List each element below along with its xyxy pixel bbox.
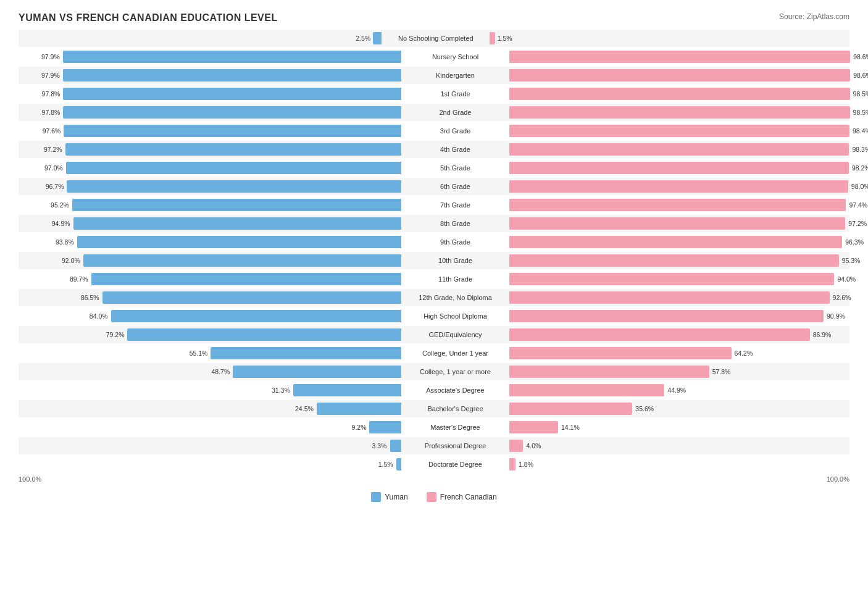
- left-bar: [369, 421, 401, 433]
- table-row: 97.9%Kindergarten98.6%: [19, 67, 849, 84]
- table-row: 79.2%GED/Equivalency86.9%: [19, 326, 849, 343]
- right-value: 64.2%: [735, 349, 753, 357]
- legend-french-canadian: French Canadian: [427, 492, 497, 502]
- chart-area: 2.5%No Schooling Completed1.5%97.9%Nurse…: [19, 30, 849, 473]
- table-row: 48.7%College, 1 year or more57.8%: [19, 363, 849, 380]
- row-label: College, Under 1 year: [401, 349, 509, 357]
- legend-fc-box: [427, 492, 436, 502]
- left-value: 3.3%: [365, 442, 387, 449]
- row-label: GED/Equivalency: [401, 331, 509, 338]
- table-row: 89.7%11th Grade94.0%: [19, 270, 849, 288]
- right-value: 98.5%: [853, 90, 868, 98]
- left-bar: [373, 32, 382, 44]
- right-bar: [509, 458, 515, 470]
- left-bar: [63, 88, 401, 100]
- left-bar: [66, 162, 401, 174]
- right-bar: [509, 421, 558, 433]
- right-value: 1.5%: [498, 35, 512, 42]
- row-label: 7th Grade: [401, 201, 509, 209]
- left-bar: [396, 458, 401, 470]
- left-bar: [317, 403, 401, 415]
- right-value: 57.8%: [712, 368, 731, 375]
- right-value: 98.4%: [853, 127, 868, 135]
- right-value: 1.8%: [519, 461, 533, 468]
- left-value: 97.8%: [38, 90, 60, 98]
- table-row: 3.3%Professional Degree4.0%: [19, 437, 849, 454]
- right-bar: [509, 199, 846, 211]
- left-bar: [77, 236, 401, 248]
- table-row: 97.9%Nursery School98.6%: [19, 48, 849, 65]
- left-bar: [63, 69, 401, 82]
- right-bar: [509, 347, 732, 359]
- right-bar: [509, 403, 632, 415]
- table-row: 24.5%Bachelor's Degree35.6%: [19, 400, 849, 417]
- table-row: 55.1%College, Under 1 year64.2%: [19, 345, 849, 362]
- left-value: 79.2%: [102, 331, 124, 338]
- chart-container: YUMAN VS FRENCH CANADIAN EDUCATION LEVEL…: [0, 0, 868, 539]
- left-value: 97.9%: [38, 72, 60, 79]
- left-bar: [73, 217, 401, 230]
- left-bar: [65, 143, 401, 156]
- right-bar: [509, 310, 824, 322]
- left-value: 96.7%: [42, 183, 64, 190]
- right-value: 98.6%: [853, 53, 868, 61]
- source-label: Source: ZipAtlas.com: [779, 12, 849, 21]
- row-label: Doctorate Degree: [401, 461, 509, 468]
- left-value: 97.0%: [41, 164, 63, 172]
- right-value: 92.6%: [833, 294, 851, 301]
- left-value: 86.5%: [78, 294, 99, 301]
- left-bar: [127, 328, 401, 341]
- left-value: 84.0%: [86, 312, 108, 320]
- left-value: 1.5%: [372, 461, 393, 468]
- right-bar: [509, 69, 850, 82]
- left-bar: [67, 180, 401, 193]
- table-row: 84.0%High School Diploma90.9%: [19, 307, 849, 325]
- row-label: 8th Grade: [401, 220, 509, 227]
- left-value: 55.1%: [186, 349, 207, 357]
- legend: Yuman French Canadian: [19, 492, 849, 502]
- table-row: 97.8%1st Grade98.5%: [19, 85, 849, 102]
- row-label: 11th Grade: [401, 275, 509, 283]
- right-bar: [509, 384, 664, 396]
- table-row: 97.2%4th Grade98.3%: [19, 141, 849, 158]
- table-row: 2.5%No Schooling Completed1.5%: [19, 30, 849, 47]
- right-bar: [509, 254, 839, 267]
- left-bar: [63, 51, 401, 63]
- right-bar: [509, 162, 849, 174]
- row-label: 4th Grade: [401, 146, 509, 153]
- right-bar: [509, 366, 709, 378]
- right-bar: [509, 125, 849, 137]
- chart-title: YUMAN VS FRENCH CANADIAN EDUCATION LEVEL: [19, 12, 849, 23]
- right-bar: [509, 217, 845, 230]
- row-label: 5th Grade: [401, 164, 509, 172]
- right-value: 98.3%: [852, 146, 868, 153]
- table-row: 96.7%6th Grade98.0%: [19, 178, 849, 195]
- left-value: 9.2%: [344, 424, 366, 431]
- table-row: 97.0%5th Grade98.2%: [19, 159, 849, 177]
- right-value: 96.3%: [845, 238, 864, 246]
- right-bar: [509, 143, 849, 156]
- table-row: 92.0%10th Grade95.3%: [19, 252, 849, 269]
- left-value: 48.7%: [208, 368, 230, 375]
- right-bar: [509, 51, 850, 63]
- right-bar: [509, 106, 850, 119]
- right-bar: [509, 180, 848, 193]
- right-bar: [509, 273, 834, 285]
- bottom-left-label: 100.0%: [19, 475, 41, 483]
- right-bar: [509, 328, 810, 341]
- row-label: Kindergarten: [401, 72, 509, 79]
- table-row: 1.5%Doctorate Degree1.8%: [19, 456, 849, 473]
- left-bar: [91, 273, 401, 285]
- table-row: 97.8%2nd Grade98.5%: [19, 104, 849, 121]
- row-label: Professional Degree: [401, 442, 509, 449]
- left-value: 2.5%: [356, 35, 370, 42]
- table-row: 9.2%Master's Degree14.1%: [19, 419, 849, 436]
- right-value: 98.2%: [852, 164, 868, 172]
- right-value: 44.9%: [667, 387, 686, 394]
- table-row: 31.3%Associate's Degree44.9%: [19, 382, 849, 399]
- left-value: 31.3%: [269, 387, 290, 394]
- left-bar: [390, 440, 401, 452]
- right-value: 4.0%: [526, 442, 541, 449]
- left-bar: [293, 384, 401, 396]
- table-row: 94.9%8th Grade97.2%: [19, 215, 849, 232]
